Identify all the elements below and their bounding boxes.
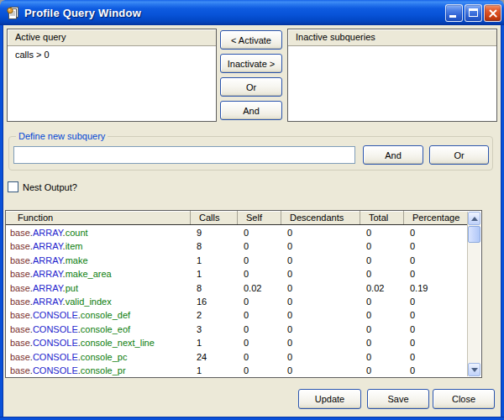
total-cell: 0 [360,267,403,281]
list-item[interactable]: calls > 0 [8,47,216,60]
table-row[interactable]: base.CONSOLE.console_eof30000 [6,323,468,336]
class-name: ARRAY [33,297,63,307]
class-name: CONSOLE [33,338,78,348]
active-query-list[interactable]: calls > 0 [8,47,216,121]
function-cell: base.CONSOLE.console_pr [6,364,190,376]
percentage-cell: 0 [403,254,468,267]
table-vertical-scrollbar[interactable] [467,212,480,376]
self-cell: 0 [237,239,281,253]
app-icon [6,6,20,20]
close-button[interactable]: Close [433,389,495,409]
inactive-subqueries-list[interactable] [288,47,496,121]
scrollbar-thumb[interactable] [468,226,480,243]
save-button[interactable]: Save [367,389,429,409]
table-row[interactable]: base.ARRAY.make10000 [6,254,468,267]
calls-cell: 1 [190,364,237,376]
table-row[interactable]: base.ARRAY.make_area10000 [6,267,468,281]
minimize-button[interactable] [445,4,463,22]
inactive-subqueries-header: Inactive subqueries [288,29,496,46]
cluster-name: base [10,365,30,375]
function-cell: base.CONSOLE.console_pc [6,350,190,364]
feature-name: console_pc [81,352,128,362]
column-header-percentage[interactable]: Percentage [403,211,468,224]
scroll-up-icon [471,217,478,221]
percentage-cell: 0 [403,239,468,253]
table-row[interactable]: base.ARRAY.valid_index160000 [6,295,468,308]
class-name: ARRAY [33,228,63,238]
self-cell: 0 [237,350,281,364]
table-row[interactable]: base.CONSOLE.console_pc240000 [6,350,468,364]
feature-name: item [66,241,83,251]
window-title: Profile Query Window [24,7,141,19]
column-header-descendants[interactable]: Descendants [281,211,360,224]
column-header-self[interactable]: Self [237,211,281,224]
results-table: Function Calls Self Descendants Total Pe… [5,210,482,378]
descendants-cell: 0 [281,281,360,295]
self-cell: 0 [237,267,281,281]
and-combine-button[interactable]: And [220,101,282,120]
window-frame-left [0,25,3,420]
function-cell: base.ARRAY.make [6,254,190,267]
feature-name: console_pr [81,365,126,375]
cluster-name: base [10,324,30,334]
cluster-name: base [10,338,30,348]
window-controls [445,4,501,22]
feature-name: console_eof [81,324,130,334]
descendants-cell: 0 [281,239,360,253]
window-body: Active query calls > 0 < Activate Inacti… [0,25,504,420]
active-query-panel: Active query calls > 0 [7,29,217,122]
profile-query-window: Profile Query Window Active query calls … [0,0,504,420]
subquery-and-button[interactable]: And [363,145,423,165]
column-header-function[interactable]: Function [6,211,190,224]
define-subquery-label: Define new subquery [16,131,108,142]
activate-button[interactable]: < Activate [220,30,282,50]
table-header: Function Calls Self Descendants Total Pe… [6,211,468,225]
update-button[interactable]: Update [298,389,361,409]
table-row[interactable]: base.CONSOLE.console_next_line10000 [6,336,468,349]
class-name: ARRAY [33,269,63,279]
table-row[interactable]: base.CONSOLE.console_pr10000 [6,364,468,376]
self-cell: 0 [237,295,281,308]
function-cell: base.CONSOLE.console_next_line [6,336,190,349]
calls-cell: 1 [190,254,237,267]
inactivate-button[interactable]: Inactivate > [220,54,282,73]
self-cell: 0 [237,308,281,322]
nest-output-checkbox[interactable] [8,181,18,192]
total-cell: 0 [360,295,403,308]
scroll-down-button[interactable] [468,363,480,376]
table-row[interactable]: base.ARRAY.count90000 [6,226,468,239]
calls-cell: 1 [190,336,237,349]
window-frame-right [501,25,504,420]
self-cell: 0 [237,323,281,336]
calls-cell: 2 [190,308,237,322]
self-cell: 0.02 [237,281,281,295]
cluster-name: base [10,269,30,279]
column-header-total[interactable]: Total [360,211,403,224]
feature-name: console_def [81,310,130,320]
calls-cell: 9 [190,226,237,239]
cluster-name: base [10,241,30,251]
descendants-cell: 0 [281,226,360,239]
total-cell: 0 [360,254,403,267]
table-row[interactable]: base.CONSOLE.console_def20000 [6,308,468,322]
feature-name: put [66,283,78,293]
titlebar[interactable]: Profile Query Window [0,0,504,25]
or-combine-button[interactable]: Or [220,77,282,97]
self-cell: 0 [237,254,281,267]
close-window-button[interactable] [484,4,501,22]
feature-name: count [66,228,88,238]
maximize-button[interactable] [465,4,482,22]
calls-cell: 8 [190,239,237,253]
subquery-input[interactable] [13,146,355,164]
class-name: ARRAY [33,283,63,293]
column-header-calls[interactable]: Calls [190,211,237,224]
percentage-cell: 0 [403,364,468,376]
function-cell: base.ARRAY.make_area [6,267,190,281]
table-row[interactable]: base.ARRAY.item80000 [6,239,468,253]
percentage-cell: 0 [403,267,468,281]
table-row[interactable]: base.ARRAY.put80.0200.020.19 [6,281,468,295]
descendants-cell: 0 [281,364,360,376]
subquery-or-button[interactable]: Or [429,145,489,165]
scroll-up-button[interactable] [468,212,480,225]
descendants-cell: 0 [281,350,360,364]
